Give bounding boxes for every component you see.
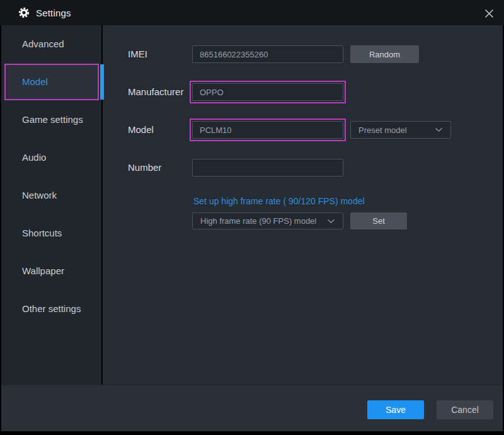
- high-frame-rate-link[interactable]: Set up high frame rate ( 90/120 FPS) mod…: [193, 196, 365, 206]
- model-input[interactable]: [192, 121, 343, 139]
- sidebar-item-wallpaper[interactable]: Wallpaper: [1, 252, 101, 290]
- settings-sidebar: Advanced Model Game settings Audio Netwo…: [1, 25, 101, 385]
- imei-label: IMEI: [128, 45, 147, 63]
- selection-indicator-bar: [100, 64, 104, 100]
- sidebar-item-shortcuts[interactable]: Shortcuts: [1, 214, 101, 252]
- number-input[interactable]: [192, 159, 343, 177]
- manufacturer-input[interactable]: [192, 83, 343, 101]
- gear-icon: [18, 7, 30, 18]
- sidebar-item-model[interactable]: Model: [1, 63, 101, 101]
- settings-content: IMEI Random Manufacturer Model Preset mo…: [103, 25, 503, 385]
- chevron-down-icon: [327, 219, 335, 224]
- sidebar-item-advanced[interactable]: Advanced: [1, 25, 101, 63]
- close-icon[interactable]: [481, 6, 496, 21]
- selection-highlight-box: [4, 64, 99, 100]
- number-label: Number: [128, 159, 161, 177]
- sidebar-item-audio[interactable]: Audio: [1, 139, 101, 177]
- save-button[interactable]: Save: [367, 400, 424, 419]
- cancel-button[interactable]: Cancel: [437, 400, 493, 419]
- high-frame-rate-dropdown[interactable]: High frame rate (90 FPS) model: [192, 212, 343, 229]
- window-title: Settings: [36, 8, 71, 18]
- sidebar-item-game-settings[interactable]: Game settings: [1, 101, 101, 139]
- model-label: Model: [128, 121, 154, 139]
- set-button[interactable]: Set: [350, 212, 407, 229]
- footer-bar: Save Cancel: [1, 385, 503, 431]
- title-bar: Settings: [0, 0, 504, 25]
- random-button[interactable]: Random: [350, 45, 419, 63]
- preset-model-dropdown[interactable]: Preset model: [350, 121, 451, 139]
- settings-window: Settings Advanced Model Game settings Au…: [0, 0, 504, 435]
- sidebar-item-other-settings[interactable]: Other settings: [1, 290, 101, 328]
- sidebar-item-network[interactable]: Network: [1, 177, 101, 214]
- chevron-down-icon: [435, 127, 443, 132]
- manufacturer-label: Manufacturer: [128, 83, 183, 101]
- imei-input[interactable]: [192, 45, 343, 63]
